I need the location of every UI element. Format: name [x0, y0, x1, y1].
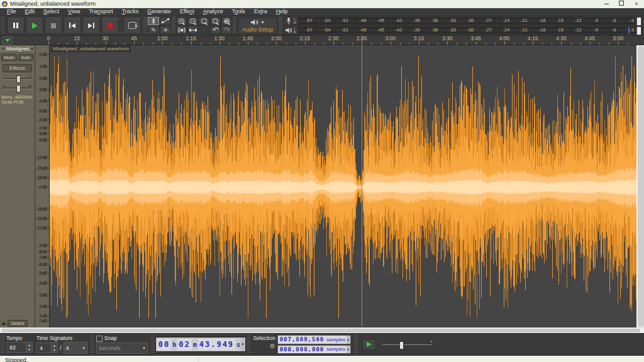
time-unit[interactable]: s	[236, 341, 241, 348]
selection-format-dropdown-icon[interactable]: ▾	[347, 336, 350, 344]
draw-tool-button[interactable]: ✎	[148, 26, 159, 34]
playback-meter-bar[interactable]: -57-54-51-48-45-42-39-36-33-30-27-24-21-…	[298, 26, 642, 34]
timesig-lower-select[interactable]: 4▾	[64, 342, 87, 354]
menu-edit[interactable]: Edit	[21, 8, 40, 15]
audio-position-display[interactable]: 00h02m43.949s▾	[155, 337, 246, 352]
close-button[interactable]: ×	[629, 0, 644, 8]
menu-tools[interactable]: Tools	[228, 8, 250, 15]
timesig-upper-value[interactable]: 4	[36, 343, 52, 353]
selection-settings-gear-icon[interactable]: ⚙	[270, 343, 275, 349]
selection-end-field[interactable]: 000,000,000samples▾	[277, 345, 351, 354]
menu-analyze[interactable]: Analyze	[199, 8, 228, 15]
time-digits[interactable]: 02	[177, 339, 191, 350]
selection-tool-button[interactable]: I	[148, 17, 159, 25]
gain-slider[interactable]: - +	[3, 74, 31, 83]
minimize-button[interactable]	[599, 0, 614, 8]
menu-transport[interactable]: Transport	[84, 8, 117, 15]
fit-project-button[interactable]: □	[210, 17, 221, 25]
track-name[interactable]: Misaligned, u	[6, 46, 30, 52]
menu-extra[interactable]: Extra	[250, 8, 272, 15]
play-at-speed-grip[interactable]	[354, 335, 358, 354]
time-format-dropdown-icon[interactable]: ▾	[241, 337, 245, 351]
tempo-down-icon[interactable]: ▼	[26, 348, 32, 353]
timesig-down-icon[interactable]: ▼	[52, 348, 57, 353]
loop-button[interactable]	[123, 17, 141, 34]
menu-file[interactable]: File	[3, 8, 21, 15]
gain-slider-thumb[interactable]	[16, 75, 21, 83]
skip-to-end-button[interactable]	[82, 17, 100, 34]
selection-start-field[interactable]: 007,869,560samples▾	[277, 335, 351, 344]
horizontal-scrollbar[interactable]	[0, 327, 644, 333]
skip-to-start-button[interactable]	[64, 17, 81, 34]
track-close-button[interactable]: ✕	[0, 47, 6, 52]
recording-meter[interactable]: LR -57-54-51-48-45-42-39-36-33-30-27-24-…	[283, 16, 643, 25]
play-speed-slider-thumb[interactable]	[399, 341, 404, 349]
waveform-view[interactable]: Misaligned, unbalanced waveform	[50, 45, 636, 327]
multi-tool-button[interactable]: ✳	[160, 26, 171, 34]
mute-button[interactable]: Mute	[1, 54, 17, 61]
edit-toolbar-grip[interactable]	[172, 17, 175, 34]
vertical-scrollbar-thumb[interactable]	[638, 46, 644, 327]
zoom-in-button[interactable]: +	[176, 17, 187, 25]
zoom-toggle-button[interactable]: ⇄	[221, 17, 232, 25]
menu-select[interactable]: Select	[39, 8, 64, 15]
snap-toolbar-grip[interactable]	[91, 335, 94, 354]
redo-button[interactable]: ↷	[221, 26, 232, 34]
collapse-track-button[interactable]	[1, 322, 6, 325]
playback-meter[interactable]: LR -57-54-51-48-45-42-39-36-33-30-27-24-…	[283, 26, 643, 35]
transport-toolbar-grip[interactable]	[1, 17, 4, 34]
selection-value[interactable]: 007,869,560	[279, 336, 326, 343]
undo-button[interactable]: ↶	[210, 26, 221, 34]
vertical-scrollbar[interactable]	[636, 45, 644, 327]
selection-toolbar-grip[interactable]	[247, 335, 250, 354]
tools-toolbar-grip[interactable]	[143, 17, 147, 34]
menu-effect[interactable]: Effect	[175, 8, 199, 15]
snap-checkbox[interactable]	[96, 336, 103, 342]
time-toolbar-grip[interactable]	[1, 335, 4, 354]
horizontal-scrollbar-thumb[interactable]	[1, 329, 640, 332]
time-unit[interactable]: m	[192, 341, 197, 348]
timeline-options-button[interactable]	[3, 36, 13, 45]
trim-audio-button[interactable]	[176, 26, 187, 34]
audio-setup-button[interactable]: ▼ Audio Setup	[238, 17, 277, 34]
menu-view[interactable]: View	[64, 8, 84, 15]
snap-mode-select[interactable]: Seconds▾	[96, 343, 148, 354]
menu-tracks[interactable]: Tracks	[118, 8, 143, 15]
audio-setup-grip[interactable]	[233, 17, 236, 34]
pan-slider[interactable]: L R	[3, 84, 31, 92]
fit-selection-button[interactable]: ‗	[199, 17, 209, 25]
play-speed-slider[interactable]: -+	[380, 339, 434, 349]
pan-slider-thumb[interactable]	[16, 85, 21, 92]
effects-button[interactable]: Effects	[3, 64, 32, 72]
solo-button[interactable]: Solo	[18, 54, 34, 61]
selection-value[interactable]: 000,000,000	[279, 346, 326, 353]
silence-audio-button[interactable]	[187, 26, 198, 34]
track-menu-icon[interactable]: ▼	[30, 47, 35, 51]
recording-meter-bar[interactable]: -57-54-51-48-45-42-39-36-33-30-27-24-21-…	[298, 17, 642, 25]
zoom-out-button[interactable]: −	[187, 17, 198, 25]
menu-help[interactable]: Help	[272, 8, 292, 15]
playback-volume-slider[interactable]	[636, 26, 641, 35]
track-select-button[interactable]: Select	[8, 320, 28, 327]
timesig-up-icon[interactable]: ▲	[52, 343, 57, 348]
restore-button[interactable]	[614, 0, 629, 8]
menu-generate[interactable]: Generate	[143, 8, 175, 15]
time-unit[interactable]: h	[172, 341, 177, 348]
recording-volume-slider[interactable]	[636, 17, 641, 26]
record-button[interactable]	[101, 17, 119, 34]
pause-button[interactable]	[7, 17, 25, 34]
stop-button[interactable]	[45, 17, 62, 34]
tempo-spinbox[interactable]: 92 ▲▼	[6, 342, 33, 353]
waveform-canvas[interactable]	[50, 45, 636, 327]
selection-format-dropdown-icon[interactable]: ▾	[347, 346, 350, 354]
play-button[interactable]	[26, 17, 43, 34]
envelope-tool-button[interactable]	[160, 17, 171, 25]
time-digits[interactable]: 00	[157, 339, 171, 350]
vertical-db-ruler[interactable]: 0dB-1dB-2dB-3dB-4dB-5dB-6dB-7dB-8dB-9dB-…	[35, 45, 50, 327]
tempo-up-icon[interactable]: ▲	[26, 343, 32, 348]
time-digits[interactable]: 43.949	[198, 339, 235, 350]
tempo-value[interactable]: 92	[6, 342, 26, 353]
timesig-upper-spinbox[interactable]: 4 ▲▼	[36, 343, 58, 353]
time-display-grip[interactable]	[151, 335, 155, 354]
timeline-ruler[interactable]: 01530451:001:151:301:452:002:152:302:453…	[0, 36, 644, 45]
